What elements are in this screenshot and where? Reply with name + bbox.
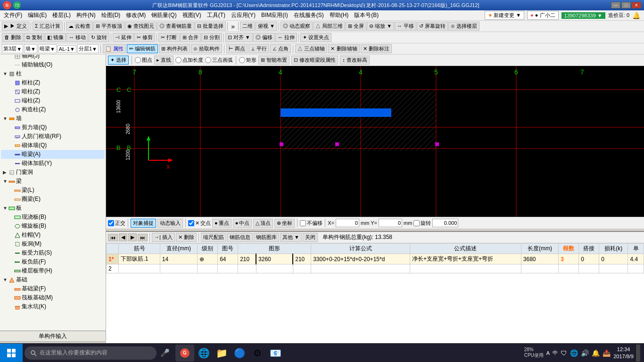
three-point-aux-btn[interactable]: △ 三点辅轴	[295, 44, 327, 53]
toolbar-topview-btn[interactable]: 俯视 ▼	[256, 22, 277, 31]
single-component-btn[interactable]: 单构件输入	[0, 331, 106, 341]
tree-child-end-column[interactable]: 端柱(Z)	[1, 96, 105, 105]
tree-item-foundation[interactable]: ▼ 基础	[1, 275, 105, 284]
menu-item-version[interactable]: 版本号(B)	[351, 10, 381, 20]
menu-item-online[interactable]: 在线服务(S)	[291, 10, 327, 20]
tree-child-stress-rebar[interactable]: 板受力筋(S)	[1, 248, 105, 257]
line-btn[interactable]: ▸ 直线	[154, 56, 173, 65]
menu-item-draw[interactable]: 绘图(D)	[99, 10, 124, 20]
taskbar-app-browser[interactable]: 🌐	[195, 345, 212, 362]
sound-icon[interactable]: 🔊	[581, 349, 589, 357]
taskbar-mic-btn[interactable]: 🎤	[157, 345, 173, 362]
taskbar-app-ie[interactable]: 🔵	[231, 345, 248, 362]
stretch-btn[interactable]: ↔ 拉伸	[275, 33, 297, 42]
network-taskbar-icon[interactable]: 🌐	[570, 349, 578, 357]
element-name-select[interactable]: AL-1 ▼	[58, 45, 76, 53]
delete-btn[interactable]: 🗑 删除	[2, 33, 24, 42]
tree-child-column-cap[interactable]: 柱帽(V)	[1, 230, 105, 239]
table-row[interactable]: 2	[107, 264, 644, 273]
toolbar-more-btn[interactable]: »	[229, 23, 237, 30]
lang-a[interactable]: A	[546, 350, 550, 356]
angle-btn[interactable]: ∠ 点角	[270, 44, 291, 53]
tree-child-raft-foundation[interactable]: 筏板基础(M)	[1, 293, 105, 302]
properties-btn[interactable]: 📋 属性	[103, 44, 126, 53]
edit-steel-btn[interactable]: ✏ 编辑钢筋	[127, 44, 158, 53]
tree-child-struct-column[interactable]: 构造柱(Z)	[1, 105, 105, 114]
notification-icon[interactable]: 🔔	[632, 12, 640, 19]
toolbar-align-btn[interactable]: ⊞ 平齐板顶	[93, 22, 124, 31]
delete-row-btn[interactable]: ✕ 删除	[176, 233, 197, 242]
move-btn[interactable]: ↔ 移动	[66, 33, 88, 42]
phone-button[interactable]: 13907298339 ▼	[561, 12, 605, 19]
table-row[interactable]: 1* 下部纵筋.1 14 ⊕ 64 210 3260 210 3300+0-20…	[107, 254, 644, 264]
toolbar-define-btn[interactable]: ▶ ▶ 定义	[2, 22, 29, 31]
menu-item-view[interactable]: 视图(V)	[180, 10, 204, 20]
toolbar-2d-btn[interactable]: 二维	[240, 22, 255, 31]
two-point-btn[interactable]: ⊢ 两点	[226, 44, 248, 53]
tree-child-dark-column[interactable]: 暗柱(Z)	[1, 87, 105, 96]
menu-item-help[interactable]: 帮助(H)	[327, 10, 352, 20]
delete-aux-btn[interactable]: ✕ 删除辅轴	[328, 44, 359, 53]
tree-item-column[interactable]: ▼ 柱	[1, 69, 105, 78]
tree-child-slab-hole[interactable]: 板洞(M)	[1, 239, 105, 248]
toolbar-dynamic-btn[interactable]: ◎ 动态观察	[281, 22, 313, 31]
new-change-button[interactable]: ★ 新建变更 ▼	[485, 11, 524, 20]
tree-child-cast-slab[interactable]: 现浇板(B)	[1, 213, 105, 222]
scale-rebar-btn[interactable]: 缩尺配筋	[201, 233, 226, 242]
y-input[interactable]	[379, 219, 402, 227]
vertex-btn[interactable]: △ 顶点	[253, 219, 273, 228]
tree-child-shear-wall[interactable]: 剪力墙(Q)	[1, 123, 105, 132]
align-btn[interactable]: ⊡ 对齐 ▼	[225, 33, 253, 42]
rebar-lib-btn[interactable]: 钢筋图库	[254, 233, 279, 242]
intersect-checkbox[interactable]: ✕ 交点	[188, 220, 211, 227]
tree-child-aux-axis[interactable]: 辅助轴线(O)	[1, 60, 105, 69]
menu-item-modify[interactable]: 修改(M)	[123, 10, 149, 20]
element-type-select[interactable]: 墙 ▼	[24, 44, 37, 53]
toolbar-pan-btn[interactable]: ↔ 平移	[395, 22, 416, 31]
maximize-button[interactable]: □	[621, 2, 631, 8]
query-height-btn[interactable]: ↕ 查改标高	[340, 56, 370, 65]
insert-row-btn[interactable]: →| 插入	[152, 233, 175, 242]
upload-taskbar-icon[interactable]: 📤	[603, 349, 611, 357]
nav-prev-btn[interactable]: ◀	[119, 233, 127, 241]
floor-select[interactable]: 第3层 ▼	[2, 44, 23, 53]
toolbar-batch-select-btn[interactable]: ⊟ 批量选择	[195, 22, 226, 31]
rect-radio[interactable]: 矩形	[239, 57, 256, 64]
delete-label-btn[interactable]: ✕ 删除标注	[361, 44, 392, 53]
tree-child-beam-l[interactable]: 梁(L)	[1, 186, 105, 195]
parallel-btn[interactable]: ⊥ 平行	[248, 44, 269, 53]
toolbar-zoom-btn[interactable]: ⊖ 缩放 ▼	[367, 22, 394, 31]
tree-child-foundation-beam[interactable]: 基础梁(F)	[1, 284, 105, 293]
tree-child-hidden-beam[interactable]: 暗梁(A)	[1, 150, 105, 159]
tree-item-beam[interactable]: ▼ 梁	[1, 177, 105, 186]
taskbar-app-settings[interactable]: ⚙	[249, 345, 266, 362]
break-btn[interactable]: ✂ 打断	[158, 33, 179, 42]
modify-beam-prop-btn[interactable]: ⊡ 修改暗梁段属性	[291, 56, 338, 65]
toolbar-local3d-btn[interactable]: △ 局部三维	[313, 22, 345, 31]
split-btn[interactable]: ⊟ 分割	[201, 33, 222, 42]
tree-item-slab[interactable]: ▼ 板	[1, 204, 105, 213]
taskbar-app-mail[interactable]: 📧	[267, 345, 284, 362]
merge-btn[interactable]: ⊞ 合并	[180, 33, 201, 42]
extend-btn[interactable]: ⊣ 延伸	[113, 33, 134, 42]
tree-item-wall[interactable]: ▼ 墙	[1, 114, 105, 123]
midpoint-btn[interactable]: ● 重点	[212, 219, 231, 228]
shield-icon[interactable]: 🛡	[561, 349, 567, 357]
toolbar-calc-btn[interactable]: Σ 汇总计算	[33, 22, 63, 31]
grip-btn[interactable]: ✦ 设置夹点	[300, 33, 331, 42]
window-controls[interactable]: — □ ✕	[611, 2, 641, 8]
menu-item-component[interactable]: 构件(N)	[74, 10, 99, 20]
tree-item-door[interactable]: ▶ 门窗洞	[1, 168, 105, 177]
other-btn[interactable]: 其他 ▼	[280, 233, 302, 242]
tree-child-sump[interactable]: 集水坑(K)	[1, 302, 105, 311]
mirror-btn[interactable]: ◧ 镜像	[45, 33, 66, 42]
tree-child-ring-beam[interactable]: 圈梁(E)	[1, 195, 105, 204]
taskbar-app-file[interactable]: 📁	[213, 345, 230, 362]
tree-child-floor-band[interactable]: 楼层板带(H)	[1, 266, 105, 275]
toolbar-view-steel-btn[interactable]: ◎ 查看钢筋量	[157, 22, 194, 31]
toolbar-fullscreen-btn[interactable]: ⊞ 全屏	[346, 22, 366, 31]
menu-item-steel[interactable]: 钢筋量(Q)	[149, 10, 179, 20]
rebar-info-btn[interactable]: 钢筋信息	[227, 233, 253, 242]
dynamic-input-btn[interactable]: 动态输入	[157, 219, 183, 228]
sub-element-select[interactable]: 暗梁 ▼	[38, 44, 57, 53]
